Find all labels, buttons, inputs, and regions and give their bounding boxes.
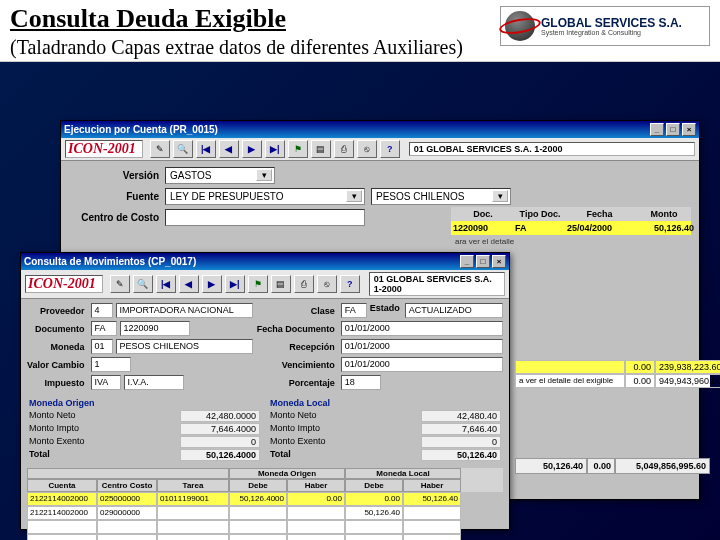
label-centro: Centro de Costo: [69, 212, 159, 223]
window-title: Ejecucion por Cuenta (PR_0015): [64, 124, 218, 135]
next-icon[interactable]: ▶: [242, 140, 262, 158]
val-exento2: 0: [421, 436, 501, 448]
first-icon[interactable]: |◀: [196, 140, 216, 158]
maximize-icon[interactable]: □: [476, 255, 490, 268]
next-icon[interactable]: ▶: [202, 275, 222, 293]
grid-row[interactable]: 2122114002000 029000000 50,126.40: [27, 506, 503, 520]
label-porcentaje: Porcentaje: [257, 378, 337, 388]
sum-total-3: 5,049,856,995.60: [615, 458, 710, 474]
close-icon[interactable]: ×: [682, 123, 696, 136]
input-docnum[interactable]: 1220090: [120, 321, 190, 336]
label-version: Versión: [69, 170, 159, 181]
input-doctipo[interactable]: FA: [91, 321, 117, 336]
label-fechadoc: Fecha Documento: [257, 324, 337, 334]
help-icon[interactable]: ?: [380, 140, 400, 158]
input-prov-code[interactable]: 4: [91, 303, 113, 318]
right-summary: 0.00 239,938,223.60 a ver el detalle del…: [515, 360, 710, 474]
last-icon[interactable]: ▶|: [265, 140, 285, 158]
search-icon[interactable]: 🔍: [173, 140, 193, 158]
input-vencimiento[interactable]: 01/01/2000: [341, 357, 503, 372]
label-clase: Clase: [257, 306, 337, 316]
money-col1-header: Moneda Origen: [29, 398, 260, 408]
col-fecha: Fecha: [567, 209, 632, 219]
tool-icon[interactable]: ⎙: [334, 140, 354, 158]
company-context-2: 01 GLOBAL SERVICES S.A. 1-2000: [369, 272, 505, 296]
input-recepcion[interactable]: 01/01/2000: [341, 339, 503, 354]
run-icon[interactable]: ⚑: [288, 140, 308, 158]
input-estado: ACTUALIZADO: [405, 303, 503, 318]
minimize-icon[interactable]: _: [650, 123, 664, 136]
tools-icon[interactable]: ▤: [271, 275, 291, 293]
help-icon[interactable]: ?: [340, 275, 360, 293]
money-col2-header: Moneda Local: [270, 398, 501, 408]
input-valorcambio[interactable]: 1: [91, 357, 131, 372]
input-impcode[interactable]: IVA: [91, 375, 121, 390]
sum-total-2: 0.00: [587, 458, 615, 474]
window-cp0017: Consulta de Movimientos (CP_0017) _ □ × …: [20, 252, 510, 530]
label-estado: Estado: [370, 303, 402, 318]
label-vencimiento: Vencimiento: [257, 360, 337, 370]
titlebar-pr0015[interactable]: Ejecucion por Cuenta (PR_0015) _ □ ×: [61, 121, 699, 138]
save-icon[interactable]: ✎: [150, 140, 170, 158]
input-moneda[interactable]: PESOS CHILENOS: [371, 188, 511, 205]
summary-row[interactable]: a ver el detalle del exigible 0.00 949,9…: [515, 374, 710, 388]
app-badge-2: ICON-2001: [25, 275, 103, 293]
input-porcentaje: 18: [341, 375, 381, 390]
val-total2: 50,126.40: [421, 449, 501, 461]
input-centro[interactable]: [165, 209, 365, 226]
prev-icon[interactable]: ◀: [179, 275, 199, 293]
grid-row[interactable]: 2122114002000 025000000 01011199001 50,1…: [27, 492, 503, 506]
label-documento: Documento: [27, 324, 87, 334]
input-monedaname: PESOS CHILENOS: [116, 339, 253, 354]
print-icon[interactable]: ⎙: [294, 275, 314, 293]
prev-icon[interactable]: ◀: [219, 140, 239, 158]
val-impto2: 7,646.40: [421, 423, 501, 435]
company-context: 01 GLOBAL SERVICES S.A. 1-2000: [409, 142, 695, 156]
accounting-grid: Moneda Origen Moneda Local Cuenta Centro…: [27, 468, 503, 540]
company-logo: GLOBAL SERVICES S.A. System Integration …: [500, 6, 710, 46]
first-icon[interactable]: |◀: [156, 275, 176, 293]
input-monedacode[interactable]: 01: [91, 339, 113, 354]
val-neto2: 42,480.40: [421, 410, 501, 422]
result-hint: ara ver el detalle: [451, 235, 691, 248]
input-impname: I.V.A.: [124, 375, 184, 390]
input-fechadoc[interactable]: 01/01/2000: [341, 321, 503, 336]
val-neto1: 42,480.0000: [180, 410, 260, 422]
slide-title: Consulta Deuda Exigible: [10, 4, 286, 34]
col-tipodoc: Tipo Doc.: [515, 209, 565, 219]
save-icon[interactable]: ✎: [110, 275, 130, 293]
sum-total-1: 50,126.40: [515, 458, 587, 474]
last-icon[interactable]: ▶|: [225, 275, 245, 293]
result-row[interactable]: 1220090 FA 25/04/2000 50,126.40: [451, 221, 691, 235]
maximize-icon[interactable]: □: [666, 123, 680, 136]
col-doc: Doc.: [453, 209, 513, 219]
edit-icon[interactable]: ▤: [311, 140, 331, 158]
logo-line1: GLOBAL SERVICES S.A.: [541, 17, 682, 29]
globe-icon: [505, 11, 535, 41]
titlebar-cp0017[interactable]: Consulta de Movimientos (CP_0017) _ □ ×: [21, 253, 509, 270]
input-version[interactable]: GASTOS: [165, 167, 275, 184]
toolbar-cp0017: ICON-2001 ✎ 🔍 |◀ ◀ ▶ ▶| ⚑ ▤ ⎙ ⎋ ? 01 GLO…: [21, 270, 509, 299]
input-clase[interactable]: FA: [341, 303, 367, 318]
run-icon[interactable]: ⚑: [248, 275, 268, 293]
exit-icon[interactable]: ⎋: [357, 140, 377, 158]
toolbar-pr0015: ICON-2001 ✎ 🔍 |◀ ◀ ▶ ▶| ⚑ ▤ ⎙ ⎋ ? 01 GLO…: [61, 138, 699, 161]
summary-row[interactable]: 0.00 239,938,223.60: [515, 360, 710, 374]
input-fuente[interactable]: LEY DE PRESUPUESTO: [165, 188, 365, 205]
exit-icon[interactable]: ⎋: [317, 275, 337, 293]
close-icon[interactable]: ×: [492, 255, 506, 268]
val-exento1: 0: [180, 436, 260, 448]
grid-row[interactable]: [27, 520, 503, 534]
label-recepcion: Recepción: [257, 342, 337, 352]
minimize-icon[interactable]: _: [460, 255, 474, 268]
label-proveedor: Proveedor: [27, 306, 87, 316]
label-impuesto: Impuesto: [27, 378, 87, 388]
window-title-2: Consulta de Movimientos (CP_0017): [24, 256, 196, 267]
label-moneda: Moneda: [27, 342, 87, 352]
logo-line2: System Integration & Consulting: [541, 29, 682, 36]
search-icon[interactable]: 🔍: [133, 275, 153, 293]
col-monto: Monto: [634, 209, 694, 219]
grid-row[interactable]: [27, 534, 503, 540]
val-impto1: 7,646.4000: [180, 423, 260, 435]
val-total1: 50,126.4000: [180, 449, 260, 461]
